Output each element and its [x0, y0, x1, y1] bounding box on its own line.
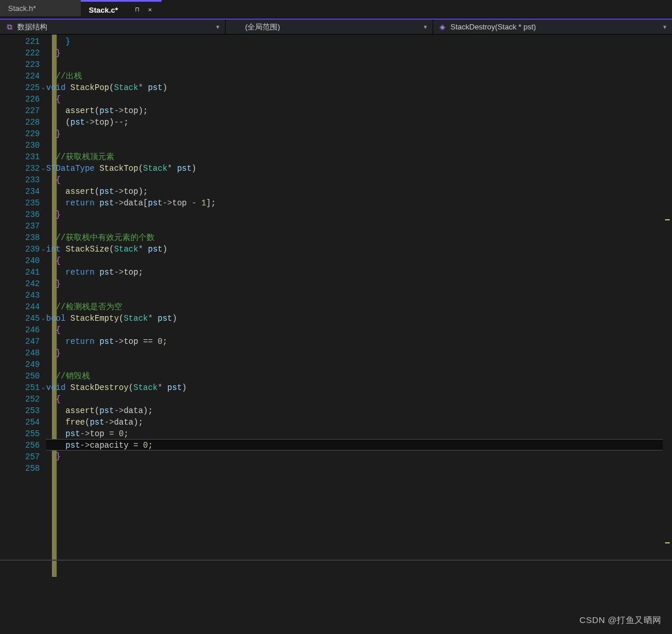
code-line[interactable]	[46, 359, 672, 370]
code-line[interactable]: {	[46, 324, 672, 336]
editor-border	[0, 560, 672, 561]
tab-stack-h[interactable]: Stack.h*	[0, 0, 81, 18]
line-number: 241	[0, 267, 40, 278]
code-line[interactable]: free(pst->data);	[46, 417, 672, 428]
fold-toggle-icon[interactable]: ⌄	[40, 163, 46, 174]
line-number: 242	[0, 278, 40, 290]
tab-title: Stack.h*	[8, 4, 73, 13]
cube-icon: ◈	[438, 22, 447, 32]
code-line[interactable]: assert(pst->top);	[46, 186, 672, 197]
line-number: 234	[0, 186, 40, 197]
code-line[interactable]: ⌄void StackDestroy(Stack* pst)	[46, 382, 672, 393]
line-number: 244	[0, 301, 40, 313]
fold-toggle-icon[interactable]: ⌄	[40, 382, 46, 393]
scope-label: (全局范围)	[230, 22, 419, 32]
code-line[interactable]: return pst->data[pst->top - 1];	[46, 197, 672, 209]
code-line[interactable]: }	[46, 128, 672, 140]
code-line[interactable]: {	[46, 255, 672, 267]
line-number: 236	[0, 209, 40, 220]
code-line[interactable]: ⌄int StackSize(Stack* pst)	[46, 243, 672, 255]
chevron-down-icon: ▼	[215, 24, 220, 30]
code-line[interactable]: ⌄STDataType StackTop(Stack* pst)	[46, 163, 672, 174]
line-number: 237	[0, 220, 40, 232]
code-line[interactable]: }	[46, 347, 672, 359]
code-line[interactable]	[46, 59, 672, 70]
code-area[interactable]: } } //出栈⌄void StackPop(Stack* pst) { ass…	[46, 35, 672, 577]
line-number: 250	[0, 370, 40, 382]
code-line[interactable]: {	[46, 93, 672, 105]
line-number: 228	[0, 117, 40, 128]
line-number: 233	[0, 174, 40, 186]
project-icon: ⧉	[5, 22, 14, 32]
line-number: 258	[0, 463, 40, 474]
line-number: 230	[0, 140, 40, 151]
line-number: 223	[0, 59, 40, 70]
code-line[interactable]: //销毁栈	[46, 370, 672, 382]
line-number-gutter: 2212222232242252262272282292302312322332…	[0, 35, 46, 577]
project-combo[interactable]: ⧉ 数据结构 ▼	[0, 20, 225, 34]
line-number: 243	[0, 290, 40, 301]
code-line[interactable]	[46, 462, 672, 474]
code-line[interactable]: //获取栈顶元素	[46, 151, 672, 163]
scope-combo[interactable]: (全局范围) ▼	[225, 20, 433, 34]
code-line[interactable]: }	[46, 36, 672, 47]
line-number: 226	[0, 93, 40, 105]
scrollbar-overview[interactable]	[663, 35, 672, 577]
chevron-down-icon: ▼	[662, 24, 667, 30]
line-number: 251	[0, 382, 40, 393]
code-line[interactable]: assert(pst->top);	[46, 105, 672, 117]
code-line[interactable]: }	[46, 451, 672, 462]
line-number: 239	[0, 243, 40, 255]
code-line[interactable]: pst->top = 0;	[46, 428, 672, 440]
code-line[interactable]	[46, 290, 672, 301]
line-number: 256	[0, 440, 40, 451]
code-line[interactable]: pst->capacity = 0;	[46, 439, 672, 451]
code-line[interactable]: //检测栈是否为空	[46, 301, 672, 313]
code-line[interactable]	[46, 140, 672, 151]
code-line[interactable]: ⌄void StackPop(Stack* pst)	[46, 82, 672, 93]
symbol-combo[interactable]: ◈ StackDestroy(Stack * pst) ▼	[433, 20, 672, 34]
code-line[interactable]: }	[46, 47, 672, 59]
code-editor[interactable]: 2212222232242252262272282292302312322332…	[0, 35, 672, 577]
pin-icon[interactable]: ⊓	[134, 6, 141, 13]
code-line[interactable]: {	[46, 174, 672, 186]
code-line[interactable]: {	[46, 393, 672, 405]
close-icon[interactable]: ✕	[147, 6, 153, 13]
code-line[interactable]: return pst->top;	[46, 267, 672, 278]
line-number: 245	[0, 313, 40, 324]
line-number: 225	[0, 82, 40, 93]
code-line[interactable]: return pst->top == 0;	[46, 336, 672, 347]
line-number: 249	[0, 359, 40, 370]
code-line[interactable]: }	[46, 209, 672, 220]
fold-toggle-icon[interactable]: ⌄	[40, 82, 46, 93]
line-number: 235	[0, 197, 40, 209]
tab-bar: Stack.h* Stack.c* ⊓ ✕	[0, 0, 672, 18]
code-line[interactable]: }	[46, 278, 672, 290]
code-line[interactable]: ⌄bool StackEmpty(Stack* pst)	[46, 313, 672, 324]
fold-toggle-icon[interactable]: ⌄	[40, 243, 46, 255]
code-line[interactable]: //出栈	[46, 70, 672, 82]
context-toolbar: ⧉ 数据结构 ▼ (全局范围) ▼ ◈ StackDestroy(Stack *…	[0, 18, 672, 35]
code-line[interactable]: (pst->top)--;	[46, 117, 672, 128]
line-number: 255	[0, 428, 40, 440]
symbol-label: StackDestroy(Stack * pst)	[450, 22, 659, 31]
line-number: 240	[0, 255, 40, 267]
line-number: 254	[0, 417, 40, 428]
line-number: 224	[0, 70, 40, 82]
code-line[interactable]: //获取栈中有效元素的个数	[46, 232, 672, 243]
code-line[interactable]	[46, 220, 672, 232]
project-label: 数据结构	[17, 22, 212, 32]
line-number: 231	[0, 151, 40, 163]
watermark: CSDN @打鱼又晒网	[580, 615, 662, 626]
line-number: 257	[0, 451, 40, 463]
line-number: 248	[0, 347, 40, 359]
line-number: 246	[0, 324, 40, 336]
tab-title: Stack.c*	[89, 6, 128, 14]
line-number: 252	[0, 393, 40, 405]
tab-stack-c[interactable]: Stack.c* ⊓ ✕	[81, 0, 162, 18]
code-line[interactable]: assert(pst->data);	[46, 405, 672, 417]
line-number: 221	[0, 36, 40, 47]
line-number: 227	[0, 105, 40, 117]
line-number: 247	[0, 336, 40, 347]
fold-toggle-icon[interactable]: ⌄	[40, 313, 46, 324]
